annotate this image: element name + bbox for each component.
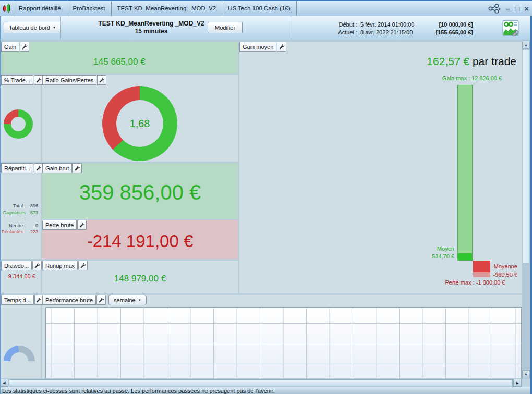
panel-drawdown: Drawdo... -9 344,00 €: [1, 261, 41, 293]
wrench-icon[interactable]: [277, 42, 286, 52]
wrench-icon[interactable]: [20, 42, 29, 52]
window-right-border: [530, 16, 532, 394]
scrollbar-corner: [522, 379, 530, 387]
view-selector-label: Tableau de bord: [9, 24, 50, 31]
vertical-scroll-thumb[interactable]: [523, 50, 529, 263]
panel-perte-brute: Perte brute -214 191,00 €: [42, 220, 238, 259]
toolbar-separator-2: [291, 16, 291, 40]
horizontal-scrollbar[interactable]: ◀ ▶: [0, 379, 522, 387]
maximize-button[interactable]: □: [515, 5, 519, 13]
title-tabs: Rapport détaillé ProBacktest TEST KD_Mea…: [13, 1, 297, 16]
gain-moyen-average-suffix: par trade: [469, 55, 516, 67]
stat-gagnantes: Gagnantes :673: [1, 210, 38, 223]
current-datetime: 8 avr. 2022 21:15:00: [360, 29, 422, 36]
ratio-value: 1,68: [116, 100, 163, 147]
gain-average-segment: [458, 253, 472, 260]
wrench-icon[interactable]: [96, 295, 106, 305]
title-bar: Rapport détaillé ProBacktest TEST KD_Mea…: [0, 0, 532, 16]
panel-gain-title[interactable]: Gain: [1, 42, 19, 52]
start-capital: [10 000,00 €]: [425, 21, 473, 29]
panel-temps-title[interactable]: Temps d...: [1, 295, 34, 305]
moyen-label: Moyen 534,70 €: [406, 245, 454, 261]
window-controls: ▼ – □ ×: [488, 1, 529, 16]
panel-performance: Performance brute semaine ▼: [42, 295, 522, 378]
tab-strategy-name[interactable]: TEST KD_MeanReverting _MOD_V2: [112, 1, 223, 16]
panel-gain-brut-title[interactable]: Gain brut: [42, 163, 72, 173]
window-left-border: [0, 16, 1, 394]
wrench-icon[interactable]: [72, 163, 82, 173]
performance-chart-area: [45, 307, 522, 378]
dashboard-settings-icon[interactable]: [502, 20, 519, 36]
panel-gain: Gain 145 665,00 €: [1, 42, 238, 73]
strategy-header: TEST KD_MeanReverting _MOD_V2 15 minutes: [73, 20, 229, 35]
panel-temps: Temps d...: [1, 295, 41, 378]
close-button[interactable]: ×: [524, 5, 529, 13]
toolbar-separator: [60, 16, 61, 40]
panel-gain-brut: Gain brut 359 856,00 €: [42, 163, 238, 219]
wrench-icon[interactable]: [77, 220, 87, 230]
gain-bar: [457, 85, 473, 261]
period-selector-dropdown[interactable]: semaine ▼: [108, 295, 147, 305]
panel-ratio-title[interactable]: Ratio Gains/Pertes: [42, 75, 96, 85]
panel-pct-trades: % Trade...: [1, 75, 41, 162]
stat-neutre: Neutre :0: [1, 223, 38, 229]
perte-max-label: Perte max : -1 000,00 €: [428, 279, 522, 286]
tab-rapport-detaille[interactable]: Rapport détaillé: [13, 1, 67, 16]
trades-donut-hole: [11, 117, 26, 131]
panel-ratio: Ratio Gains/Pertes 1,68: [42, 75, 238, 162]
scroll-down-button[interactable]: ▼: [522, 370, 530, 378]
share-icon[interactable]: ▼: [488, 4, 501, 14]
stat-total: Total :896: [1, 203, 38, 210]
panel-performance-title[interactable]: Performance brute: [42, 295, 96, 305]
current-capital: [155 665,00 €]: [425, 29, 473, 36]
view-selector-dropdown[interactable]: Tableau de bord ▼: [4, 22, 61, 33]
share-caret-icon: ▼: [498, 8, 501, 14]
backtest-dates: Début : 5 févr. 2014 01:00:00 [10 000,00…: [336, 21, 473, 36]
vertical-scrollbar[interactable]: ▲ ▼: [522, 40, 530, 379]
strategy-timeframe: 15 minutes: [73, 28, 229, 35]
current-label: Actuel :: [336, 29, 357, 36]
temps-gauge-chart: [4, 346, 35, 362]
gain-brut-value: 359 856,00 €: [42, 181, 238, 204]
repartition-stats: Total :896 Gagnantes :673 Neutre :0 Perd…: [1, 203, 38, 236]
gain-moyen-average-value: 162,57 €: [427, 55, 469, 67]
panel-pct-trades-title[interactable]: % Trade...: [1, 75, 33, 85]
panel-runup-title[interactable]: Runup max: [42, 261, 78, 270]
start-label: Début :: [336, 21, 357, 29]
scroll-up-button[interactable]: ▲: [522, 41, 530, 49]
caret-down-icon: ▼: [53, 26, 56, 29]
disclaimer-text: Les statistiques ci-dessus sont relative…: [2, 388, 274, 394]
panel-repartition-title[interactable]: Répartiti...: [1, 163, 33, 173]
panel-repartition: Répartiti... Total :896 Gagnantes :673 N…: [1, 163, 41, 259]
candlestick-app-icon: [3, 3, 11, 14]
toolbar: Tableau de bord ▼ TEST KD_MeanReverting …: [0, 16, 532, 40]
tab-probacktest[interactable]: ProBacktest: [67, 1, 112, 16]
period-selector-label: semaine: [114, 297, 136, 303]
panel-drawdown-title[interactable]: Drawdo...: [1, 261, 32, 270]
status-bar: Les statistiques ci-dessus sont relative…: [0, 387, 532, 394]
perte-brute-value: -214 191,00 €: [42, 231, 238, 251]
stat-perdantes: Perdantes :223: [1, 229, 38, 236]
panel-runup: Runup max 148 979,00 €: [42, 261, 238, 293]
runup-value: 148 979,00 €: [42, 274, 238, 284]
gain-value: 145 665,00 €: [1, 57, 238, 67]
start-datetime: 5 févr. 2014 01:00:00: [360, 21, 422, 29]
app-window: Rapport détaillé ProBacktest TEST KD_Mea…: [0, 0, 532, 394]
scroll-left-button[interactable]: ◀: [0, 379, 8, 387]
gain-moyen-average: 162,57 € par trade: [427, 55, 516, 68]
moyenne-label: Moyenne -960,50 €: [488, 262, 517, 279]
drawdown-value: -9 344,00 €: [1, 273, 41, 279]
wrench-icon[interactable]: [97, 75, 106, 85]
panel-gain-moyen-title[interactable]: Gain moyen: [239, 42, 276, 52]
tab-instrument[interactable]: US Tech 100 Cash (1€): [222, 1, 296, 16]
scroll-right-button[interactable]: ▶: [513, 379, 522, 387]
strategy-name: TEST KD_MeanReverting _MOD_V2: [73, 20, 229, 28]
wrench-icon[interactable]: [78, 261, 88, 270]
panel-perte-brute-title[interactable]: Perte brute: [42, 220, 77, 230]
modify-button[interactable]: Modifier: [208, 22, 243, 33]
caret-down-icon: ▼: [138, 299, 141, 302]
minimize-button[interactable]: –: [506, 5, 510, 13]
panel-gain-moyen: Gain moyen 162,57 € par trade Gain max :…: [239, 42, 522, 293]
horizontal-scroll-thumb[interactable]: [9, 379, 513, 386]
wrench-icon[interactable]: [32, 261, 42, 270]
